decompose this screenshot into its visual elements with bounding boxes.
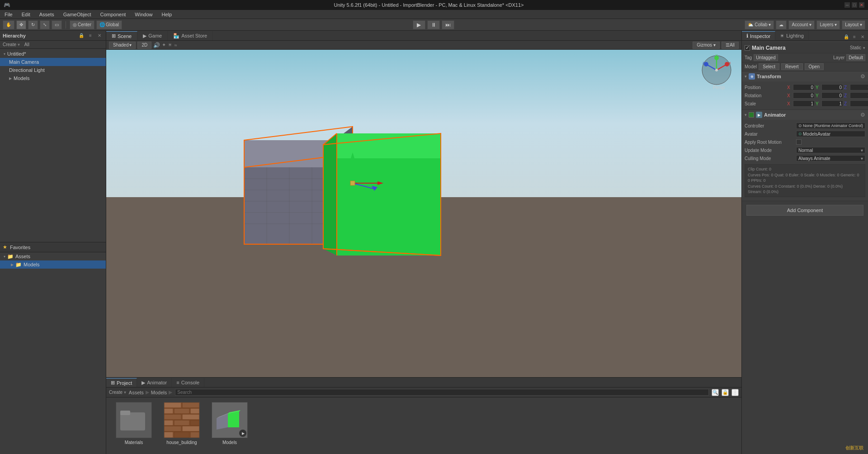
tab-inspector[interactable]: ℹ Inspector <box>742 31 775 40</box>
cloud-btn[interactable]: ☁ <box>776 20 787 29</box>
pos-z-input[interactable] <box>850 84 868 90</box>
inspector-menu-icon[interactable]: ≡ <box>851 33 858 40</box>
transform-settings-icon[interactable]: ⚙ <box>860 73 865 80</box>
hierarchy-item-untitled[interactable]: ▾ Untitled* <box>0 50 106 58</box>
hierarchy-item-main-camera[interactable]: Main Camera <box>0 58 106 66</box>
hierarchy-all-btn[interactable]: All <box>24 42 29 47</box>
model-select-btn[interactable]: Select <box>759 63 779 70</box>
rect-tool-btn[interactable]: ▭ <box>52 20 62 29</box>
project-search-input[interactable] <box>175 389 709 396</box>
apply-root-checkbox[interactable] <box>796 139 802 145</box>
hierarchy-menu-icon[interactable]: ≡ <box>87 32 94 39</box>
animator-enabled-checkbox[interactable] <box>749 112 754 118</box>
tree-item-models[interactable]: ▶ 📁 Models <box>0 260 106 269</box>
inspector-lock-icon[interactable]: 🔒 <box>843 33 850 40</box>
close-btn[interactable]: ✕ <box>859 2 864 8</box>
2d-btn[interactable]: 2D <box>137 42 151 49</box>
tab-animator[interactable]: ▶ Animator <box>137 378 172 387</box>
collab-btn[interactable]: ⛅ Collab ▾ <box>745 20 774 29</box>
menu-file[interactable]: File <box>0 10 17 19</box>
pos-x-input[interactable] <box>793 84 815 90</box>
minimize-btn[interactable]: ─ <box>844 2 850 8</box>
hierarchy-item-models[interactable]: ▶ Models <box>0 74 106 82</box>
menu-gameobject[interactable]: GameObject <box>59 10 96 19</box>
asset-house-building[interactable]: house_building <box>161 402 202 449</box>
shaded-btn[interactable]: Shaded ▾ <box>109 42 136 49</box>
axis-gizmo: Y X Z Persp <box>701 54 737 90</box>
tab-project[interactable]: ⊞ Project <box>106 378 137 387</box>
hierarchy-close-icon[interactable]: ✕ <box>96 32 103 39</box>
all-btn[interactable]: ☰All <box>722 42 739 49</box>
tab-console[interactable]: ≡ Console <box>172 378 204 387</box>
rot-x-input[interactable] <box>793 92 815 99</box>
global-toggle-btn[interactable]: 🌐 Global <box>96 20 122 29</box>
layer-value[interactable]: Default <box>846 54 865 61</box>
play-btn[interactable]: ▶ <box>413 20 425 29</box>
hierarchy-create-btn[interactable]: Create ▾ <box>3 42 20 47</box>
untitled-arrow: ▾ <box>4 52 5 56</box>
bottom-content-area: ⊞ Project ▶ Animator ≡ Console Create ▾ <box>106 378 741 454</box>
center-toggle-btn[interactable]: ◎ Center <box>70 20 94 29</box>
pos-y-input[interactable] <box>821 84 843 90</box>
hierarchy-panel: Hierarchy 🔒 ≡ ✕ Create ▾ All ▾ Untitled*… <box>0 31 106 242</box>
animator-header[interactable]: ▾ ▶ Animator ⚙ <box>742 110 868 120</box>
menu-window[interactable]: Window <box>130 10 157 19</box>
scale-y-input[interactable] <box>821 100 843 107</box>
tree-item-assets[interactable]: ▾ 📁 Assets <box>0 252 106 260</box>
account-btn[interactable]: Account ▾ <box>788 20 815 29</box>
scale-tool-btn[interactable]: ⤡ <box>40 20 50 29</box>
breadcrumb-models[interactable]: Models <box>151 390 167 395</box>
scene-fog-icon[interactable]: ≈ <box>174 43 177 48</box>
svg-rect-46 <box>182 426 199 431</box>
model-revert-btn[interactable]: Revert <box>781 63 802 70</box>
scene-tab-icon: ⊞ <box>112 33 116 39</box>
svg-rect-33 <box>120 411 130 415</box>
menu-edit[interactable]: Edit <box>17 10 35 19</box>
scene-skybox-icon[interactable]: ☀ <box>168 42 172 48</box>
culling-mode-dropdown[interactable]: Always Animate ▾ <box>796 155 865 161</box>
menu-component[interactable]: Component <box>95 10 130 19</box>
move-tool-btn[interactable]: ✥ <box>16 20 26 29</box>
tab-game[interactable]: ▶ Game <box>137 31 168 40</box>
rotate-tool-btn[interactable]: ↻ <box>28 20 38 29</box>
tag-value[interactable]: Untagged <box>754 54 778 61</box>
layout-btn[interactable]: Layout ▾ <box>842 20 865 29</box>
models-tree-arrow: ▶ <box>11 263 14 267</box>
tab-scene[interactable]: ⊞ Scene <box>106 31 137 40</box>
menu-dots-btn[interactable]: ⋮ <box>731 389 739 396</box>
asset-materials[interactable]: Materials <box>113 402 154 449</box>
tab-asset-store[interactable]: 🏪 Asset Store <box>168 31 213 40</box>
transform-header[interactable]: ▾ ⊕ Transform ⚙ <box>742 71 868 81</box>
scene-viewport[interactable]: Y X Z Persp <box>106 50 741 377</box>
asset-models[interactable]: ▶ Models <box>209 402 250 449</box>
lock-btn[interactable]: 🔒 <box>722 389 729 396</box>
add-component-btn[interactable]: Add Component <box>746 205 863 216</box>
scale-z-input[interactable] <box>850 100 868 107</box>
hand-tool-btn[interactable]: ✋ <box>3 20 14 29</box>
rot-y-input[interactable] <box>821 92 843 99</box>
hierarchy-item-directional-light[interactable]: Directional Light <box>0 66 106 74</box>
rot-z-input[interactable] <box>850 92 868 99</box>
model-open-btn[interactable]: Open <box>805 63 824 70</box>
object-enabled-checkbox[interactable]: ✓ <box>745 45 750 51</box>
breadcrumb-assets[interactable]: Assets <box>129 390 144 395</box>
inspector-close-icon[interactable]: ✕ <box>859 33 866 40</box>
bottom-create-btn[interactable]: Create ▾ <box>109 390 126 395</box>
update-mode-dropdown[interactable]: Normal ▾ <box>796 147 865 153</box>
menu-help[interactable]: Help <box>157 10 176 19</box>
pause-btn[interactable]: ⏸ <box>427 20 440 29</box>
project-tab-label: Project <box>117 380 132 386</box>
search-btn[interactable]: 🔍 <box>712 389 719 396</box>
scene-audio-icon[interactable]: 🔊 <box>153 42 160 48</box>
scene-fx-icon[interactable]: ✦ <box>162 42 166 48</box>
layers-btn[interactable]: Layers ▾ <box>816 20 840 29</box>
animator-settings-icon[interactable]: ⚙ <box>860 112 865 118</box>
gizmos-btn[interactable]: Gizmos ▾ <box>693 42 720 49</box>
hierarchy-lock-icon[interactable]: 🔒 <box>78 32 85 39</box>
menu-assets[interactable]: Assets <box>35 10 59 19</box>
tab-lighting[interactable]: ☀ Lighting <box>775 31 809 40</box>
maximize-btn[interactable]: □ <box>852 2 857 8</box>
step-btn[interactable]: ⏭ <box>442 20 454 29</box>
static-arrow[interactable]: ▾ <box>863 46 865 50</box>
scale-x-input[interactable] <box>793 100 815 107</box>
